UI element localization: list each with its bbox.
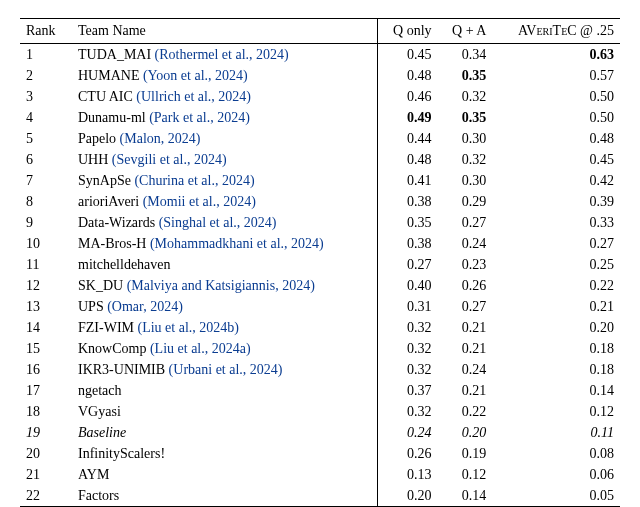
citation-link[interactable]: (Churina et al., 2024)	[134, 173, 254, 188]
citation-link[interactable]: (Yoon et al., 2024)	[143, 68, 248, 83]
cell-rank: 9	[20, 212, 72, 233]
cell-q-only: 0.40	[377, 275, 437, 296]
cell-averitec: 0.39	[492, 191, 620, 212]
cell-averitec: 0.14	[492, 380, 620, 401]
cell-averitec: 0.57	[492, 65, 620, 86]
table-row: 3CTU AIC (Ullrich et al., 2024)0.460.320…	[20, 86, 620, 107]
table-row: 1TUDA_MAI (Rothermel et al., 2024)0.450.…	[20, 44, 620, 66]
cell-q-plus-a: 0.24	[438, 233, 493, 254]
team-name: Data-Wizards	[78, 215, 155, 230]
cell-team: Dunamu-ml (Park et al., 2024)	[72, 107, 377, 128]
team-name: ngetach	[78, 383, 122, 398]
cell-rank: 18	[20, 401, 72, 422]
team-name: MA-Bros-H	[78, 236, 146, 251]
cell-team: Papelo (Malon, 2024)	[72, 128, 377, 149]
team-name: HUMANE	[78, 68, 139, 83]
citation-link[interactable]: (Liu et al., 2024b)	[138, 320, 239, 335]
cell-averitec: 0.27	[492, 233, 620, 254]
cell-rank: 6	[20, 149, 72, 170]
citation-link[interactable]: (Mohammadkhani et al., 2024)	[150, 236, 324, 251]
cell-q-only: 0.26	[377, 443, 437, 464]
team-name: TUDA_MAI	[78, 47, 151, 62]
cell-q-only: 0.31	[377, 296, 437, 317]
citation-link[interactable]: (Malon, 2024)	[120, 131, 201, 146]
cell-team: UHH (Sevgili et al., 2024)	[72, 149, 377, 170]
cell-team: Data-Wizards (Singhal et al., 2024)	[72, 212, 377, 233]
citation-link[interactable]: (Rothermel et al., 2024)	[155, 47, 289, 62]
cell-averitec: 0.33	[492, 212, 620, 233]
team-name: InfinityScalers!	[78, 446, 165, 461]
table-row: 16IKR3-UNIMIB (Urbani et al., 2024)0.320…	[20, 359, 620, 380]
cell-team: KnowComp (Liu et al., 2024a)	[72, 338, 377, 359]
cell-rank: 22	[20, 485, 72, 507]
cell-q-plus-a: 0.30	[438, 128, 493, 149]
team-name: VGyasi	[78, 404, 121, 419]
cell-q-only: 0.49	[377, 107, 437, 128]
table-row: 14FZI-WIM (Liu et al., 2024b)0.320.210.2…	[20, 317, 620, 338]
cell-q-only: 0.48	[377, 149, 437, 170]
cell-team: TUDA_MAI (Rothermel et al., 2024)	[72, 44, 377, 66]
citation-link[interactable]: (Singhal et al., 2024)	[159, 215, 277, 230]
cell-rank: 4	[20, 107, 72, 128]
cell-q-plus-a: 0.32	[438, 149, 493, 170]
cell-rank: 8	[20, 191, 72, 212]
cell-q-plus-a: 0.21	[438, 317, 493, 338]
table-row: 11mitchelldehaven0.270.230.25	[20, 254, 620, 275]
table-row: 21AYM0.130.120.06	[20, 464, 620, 485]
cell-q-only: 0.35	[377, 212, 437, 233]
citation-link[interactable]: (Omar, 2024)	[107, 299, 183, 314]
cell-q-plus-a: 0.12	[438, 464, 493, 485]
team-name: Factors	[78, 488, 119, 503]
cell-averitec: 0.50	[492, 107, 620, 128]
cell-q-only: 0.38	[377, 233, 437, 254]
team-name: KnowComp	[78, 341, 146, 356]
table-row: 15KnowComp (Liu et al., 2024a)0.320.210.…	[20, 338, 620, 359]
table-row: 19Baseline0.240.200.11	[20, 422, 620, 443]
team-name: AYM	[78, 467, 109, 482]
cell-averitec: 0.08	[492, 443, 620, 464]
cell-q-plus-a: 0.19	[438, 443, 493, 464]
cell-team: UPS (Omar, 2024)	[72, 296, 377, 317]
team-name: CTU AIC	[78, 89, 133, 104]
cell-averitec: 0.63	[492, 44, 620, 66]
cell-team: mitchelldehaven	[72, 254, 377, 275]
table-row: 10MA-Bros-H (Mohammadkhani et al., 2024)…	[20, 233, 620, 254]
cell-rank: 11	[20, 254, 72, 275]
cell-team: VGyasi	[72, 401, 377, 422]
cell-q-only: 0.32	[377, 317, 437, 338]
cell-averitec: 0.50	[492, 86, 620, 107]
citation-link[interactable]: (Sevgili et al., 2024)	[112, 152, 227, 167]
cell-rank: 10	[20, 233, 72, 254]
cell-team: CTU AIC (Ullrich et al., 2024)	[72, 86, 377, 107]
cell-q-only: 0.20	[377, 485, 437, 507]
cell-q-only: 0.13	[377, 464, 437, 485]
citation-link[interactable]: (Ullrich et al., 2024)	[136, 89, 251, 104]
table-row: 9Data-Wizards (Singhal et al., 2024)0.35…	[20, 212, 620, 233]
cell-q-only: 0.32	[377, 338, 437, 359]
citation-link[interactable]: (Malviya and Katsigiannis, 2024)	[127, 278, 315, 293]
cell-team: InfinityScalers!	[72, 443, 377, 464]
cell-q-plus-a: 0.30	[438, 170, 493, 191]
table-row: 20InfinityScalers!0.260.190.08	[20, 443, 620, 464]
cell-rank: 20	[20, 443, 72, 464]
cell-rank: 7	[20, 170, 72, 191]
citation-link[interactable]: (Park et al., 2024)	[149, 110, 250, 125]
cell-q-plus-a: 0.20	[438, 422, 493, 443]
cell-team: arioriAveri (Momii et al., 2024)	[72, 191, 377, 212]
cell-averitec: 0.22	[492, 275, 620, 296]
table-body: 1TUDA_MAI (Rothermel et al., 2024)0.450.…	[20, 44, 620, 507]
col-rank: Rank	[20, 19, 72, 44]
col-av-tail: @ .25	[577, 23, 614, 38]
cell-rank: 17	[20, 380, 72, 401]
table-row: 18VGyasi0.320.220.12	[20, 401, 620, 422]
citation-link[interactable]: (Momii et al., 2024)	[143, 194, 256, 209]
col-qa: Q + A	[438, 19, 493, 44]
cell-averitec: 0.21	[492, 296, 620, 317]
cell-q-only: 0.37	[377, 380, 437, 401]
table-row: 13UPS (Omar, 2024)0.310.270.21	[20, 296, 620, 317]
citation-link[interactable]: (Liu et al., 2024a)	[150, 341, 251, 356]
table-row: 6UHH (Sevgili et al., 2024)0.480.320.45	[20, 149, 620, 170]
citation-link[interactable]: (Urbani et al., 2024)	[169, 362, 283, 377]
cell-team: MA-Bros-H (Mohammadkhani et al., 2024)	[72, 233, 377, 254]
cell-q-plus-a: 0.23	[438, 254, 493, 275]
